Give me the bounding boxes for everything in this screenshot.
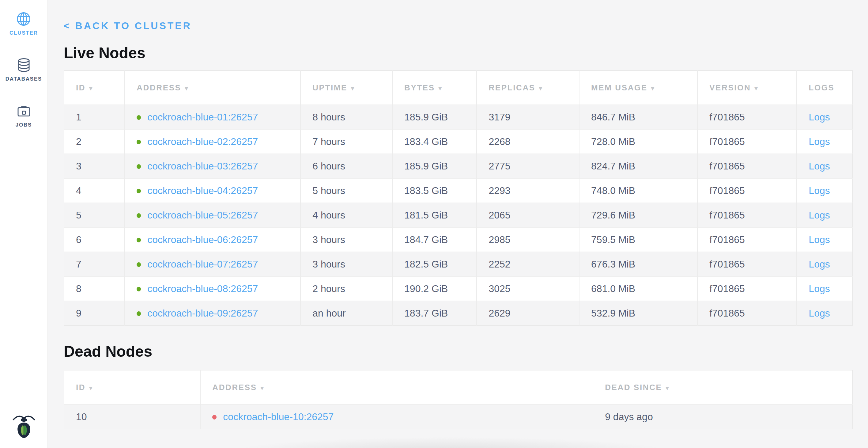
cell-logs: Logs [797,227,852,252]
cell-text: 2252 [489,259,510,270]
column-header-version[interactable]: VERSION▾ [698,70,797,105]
cell-text: 676.3 MiB [591,259,635,270]
node-address-link[interactable]: cockroach-blue-09:26257 [147,308,258,319]
node-address-link[interactable]: cockroach-blue-04:26257 [147,185,258,197]
cell-uptime: 4 hours [301,203,392,227]
column-header-uptime[interactable]: UPTIME▾ [301,70,392,105]
globe-icon [16,12,31,26]
cell-bytes: 183.5 GiB [392,178,476,203]
cell-address: cockroach-blue-03:26257 [125,154,301,178]
live-nodes-title: Live Nodes [64,44,853,62]
logs-link[interactable]: Logs [809,185,830,197]
logs-link[interactable]: Logs [809,283,830,295]
table-row: 2cockroach-blue-02:262577 hours183.4 GiB… [64,129,852,154]
cell-uptime: 3 hours [301,252,392,276]
cell-text: 824.7 MiB [591,161,635,172]
cell-text: 181.5 GiB [404,210,448,221]
cell-version: f701865 [698,178,797,203]
cell-bytes: 184.7 GiB [392,227,476,252]
column-header-dead-since[interactable]: DEAD SINCE▾ [593,370,852,405]
cockroachdb-admin-ui: CLUSTER DATABASES JOBS [0,0,868,448]
cell-text: 2 hours [312,283,345,295]
column-header-replicas[interactable]: REPLICAS▾ [476,70,579,105]
cell-text: 3025 [489,283,510,295]
sidebar-item-cluster[interactable]: CLUSTER [9,12,38,36]
cell-version: f701865 [698,252,797,276]
cell-mem-usage: 824.7 MiB [579,154,698,178]
column-header-address[interactable]: ADDRESS▾ [200,370,593,405]
logs-link[interactable]: Logs [809,210,830,221]
sort-arrow-icon: ▾ [185,85,188,92]
cell-uptime: 6 hours [301,154,392,178]
cell-text: 729.6 MiB [591,210,635,221]
cell-text: 7 hours [312,137,345,147]
node-address-link[interactable]: cockroach-blue-03:26257 [147,161,258,172]
live-status-dot [136,140,141,144]
table-row: 9cockroach-blue-09:26257an hour183.7 GiB… [64,301,852,325]
cell-replicas: 2268 [476,129,579,154]
cell-mem-usage: 681.0 MiB [579,276,698,301]
cell-bytes: 190.2 GiB [392,276,476,301]
live-status-dot [136,164,141,169]
column-header-id[interactable]: ID▾ [64,370,200,405]
cell-address: cockroach-blue-07:26257 [125,252,301,276]
cell-address: cockroach-blue-10:26257 [200,405,593,429]
live-status-dot [136,311,141,316]
cell-text: 4 [76,185,82,197]
cell-text: 3 [76,161,82,172]
node-address-link[interactable]: cockroach-blue-07:26257 [147,259,258,270]
node-address-link[interactable]: cockroach-blue-06:26257 [147,234,258,245]
column-header-logs: LOGS [797,70,852,105]
column-header-mem-usage[interactable]: MEM USAGE▾ [579,70,698,105]
cell-logs: Logs [797,203,852,227]
column-header-bytes[interactable]: BYTES▾ [392,70,476,105]
cell-address: cockroach-blue-08:26257 [125,276,301,301]
node-address-link[interactable]: cockroach-blue-05:26257 [147,210,258,221]
cell-text: f701865 [709,283,745,295]
sort-arrow-icon: ▾ [89,385,92,391]
cell-bytes: 183.7 GiB [392,301,476,325]
logs-link[interactable]: Logs [809,259,830,270]
logs-link[interactable]: Logs [809,137,830,147]
column-header-label: ADDRESS [212,383,257,392]
cell-text: 728.0 MiB [591,137,635,147]
cell-text: 2629 [489,308,510,319]
back-to-cluster-link[interactable]: < BACK TO CLUSTER [64,20,192,32]
logs-link[interactable]: Logs [809,112,830,123]
column-header-id[interactable]: ID▾ [64,70,125,105]
cell-address: cockroach-blue-06:26257 [125,227,301,252]
cell-version: f701865 [698,154,797,178]
cell-mem-usage: 676.3 MiB [579,252,698,276]
cell-text: 184.7 GiB [404,234,448,245]
column-header-label: REPLICAS [489,83,535,92]
cell-id: 1 [64,105,125,129]
cell-text: 10 [76,412,87,423]
sidebar-item-jobs[interactable]: JOBS [16,103,32,128]
sidebar-item-databases[interactable]: DATABASES [5,58,42,82]
table-row: 10cockroach-blue-10:262579 days ago [64,405,852,429]
cell-text: f701865 [709,112,745,123]
node-address-link[interactable]: cockroach-blue-02:26257 [147,137,258,147]
logs-link[interactable]: Logs [809,234,830,245]
column-header-label: ADDRESS [136,83,181,92]
cell-text: f701865 [709,210,745,221]
node-address-link[interactable]: cockroach-blue-10:26257 [223,412,334,423]
cell-id: 6 [64,227,125,252]
cell-logs: Logs [797,129,852,154]
cell-id: 5 [64,203,125,227]
cell-text: 2 [76,137,82,147]
sort-arrow-icon: ▾ [539,85,542,92]
sidebar-item-label: DATABASES [5,76,42,82]
node-address-link[interactable]: cockroach-blue-08:26257 [147,283,258,295]
cell-text: 185.9 GiB [404,161,448,172]
cell-address: cockroach-blue-04:26257 [125,178,301,203]
cell-id: 9 [64,301,125,325]
logs-link[interactable]: Logs [809,161,830,172]
logs-link[interactable]: Logs [809,308,830,319]
dead-nodes-title: Dead Nodes [64,343,853,360]
cell-version: f701865 [698,227,797,252]
node-address-link[interactable]: cockroach-blue-01:26257 [147,112,258,123]
cell-text: 7 [76,259,82,270]
column-header-address[interactable]: ADDRESS▾ [125,70,301,105]
cell-logs: Logs [797,178,852,203]
